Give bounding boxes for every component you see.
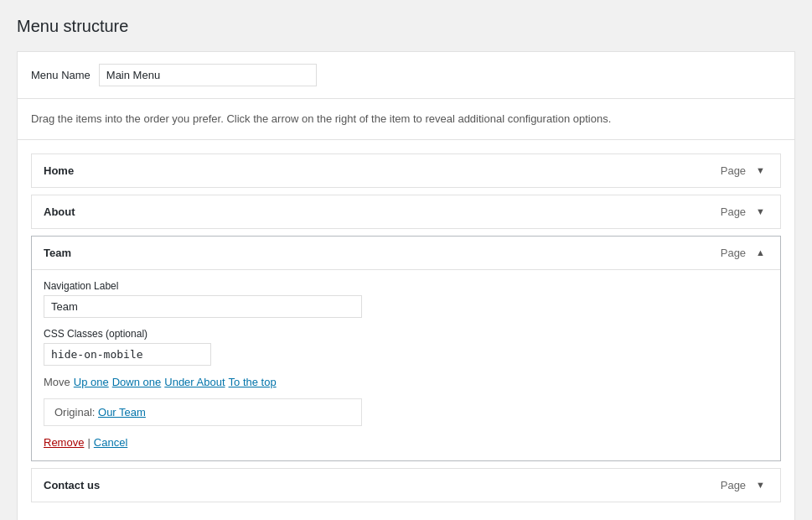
menu-item-title-team: Team [44,247,71,259]
original-label: Original: [54,406,98,419]
remove-link[interactable]: Remove [44,436,84,449]
action-separator: | [87,436,90,449]
menu-items-area: Home Page ▼ About Page ▼ [18,140,794,521]
nav-label-label: Navigation Label [44,280,768,292]
arrow-btn-home[interactable]: ▼ [753,164,768,177]
item-type-home: Page [721,164,746,177]
instruction-text: Drag the items into the order you prefer… [18,99,794,140]
menu-name-input[interactable] [99,64,317,86]
menu-name-label: Menu Name [31,69,91,81]
menu-item-header-team[interactable]: Team Page ▲ [32,237,780,270]
item-type-team: Page [721,247,746,259]
move-to-top-link[interactable]: To the top [229,376,277,388]
menu-name-row: Menu Name [18,52,794,99]
page-title: Menu structure [17,17,795,36]
cancel-link[interactable]: Cancel [94,436,127,449]
move-down-one-link[interactable]: Down one [112,376,162,388]
menu-item-right-team: Page ▲ [721,247,768,259]
move-up-one-link[interactable]: Up one [74,376,109,388]
original-link[interactable]: Our Team [98,406,146,419]
menu-item-team: Team Page ▲ Navigation Label CSS Classes… [31,236,781,461]
item-type-contact: Page [721,479,746,491]
css-classes-input[interactable] [44,343,211,366]
menu-item-title-contact: Contact us [44,479,100,491]
menu-item-about: About Page ▼ [31,195,781,229]
menu-item-header-about[interactable]: About Page ▼ [32,195,780,228]
menu-item-body-team: Navigation Label CSS Classes (optional) … [32,270,780,460]
css-classes-group: CSS Classes (optional) [44,328,768,366]
menu-item-home: Home Page ▼ [31,153,781,188]
menu-item-right-about: Page ▼ [721,205,768,218]
arrow-btn-team[interactable]: ▲ [753,247,768,259]
menu-item-title-home: Home [44,164,74,177]
menu-item-header-home[interactable]: Home Page ▼ [32,154,780,187]
nav-label-input[interactable] [44,295,362,318]
menu-item-contact: Contact us Page ▼ [31,468,781,502]
arrow-btn-about[interactable]: ▼ [753,205,768,218]
css-classes-label: CSS Classes (optional) [44,328,768,340]
original-row: Original: Our Team [44,398,362,426]
move-under-about-link[interactable]: Under About [164,376,225,388]
menu-item-right-home: Page ▼ [721,164,768,177]
menu-structure-box: Menu Name Drag the items into the order … [17,51,795,520]
nav-label-group: Navigation Label [44,280,768,318]
page-wrapper: Menu structure Menu Name Drag the items … [0,0,812,520]
item-type-about: Page [721,205,746,218]
action-row: Remove | Cancel [44,436,768,449]
menu-item-header-contact[interactable]: Contact us Page ▼ [32,469,780,502]
move-row: Move Up one Down one Under About To the … [44,376,768,388]
menu-item-right-contact: Page ▼ [721,479,768,491]
arrow-btn-contact[interactable]: ▼ [753,479,768,491]
move-label: Move [44,376,70,388]
menu-item-title-about: About [44,205,75,218]
